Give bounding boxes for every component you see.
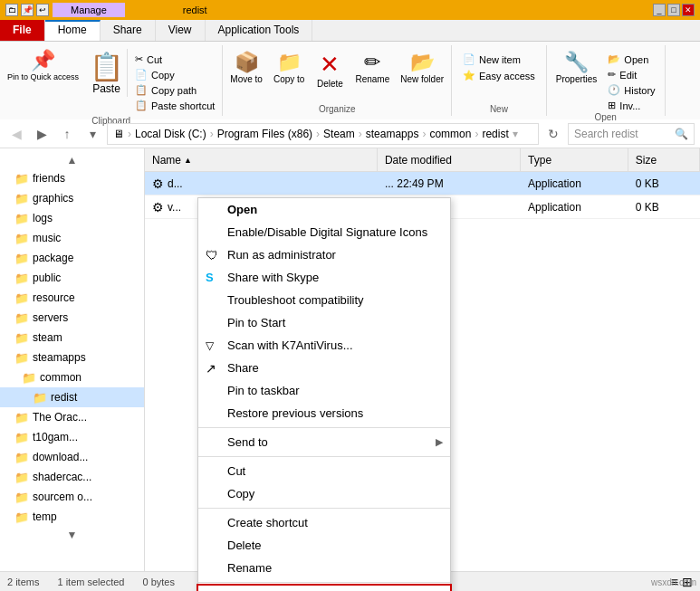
sidebar-item-t10gam[interactable]: 📁 t10gam... (0, 427, 144, 447)
sidebar-scroll-up[interactable]: ▲ (0, 152, 144, 168)
tab-home[interactable]: Home (45, 20, 101, 41)
sidebar-item-logs[interactable]: 📁 logs (0, 208, 144, 228)
ctx-cut[interactable]: Cut (198, 460, 450, 482)
ribbon-tabs: File Home Share View Application Tools (0, 20, 700, 42)
folder-icon: 📁 (14, 192, 29, 205)
file-size-1: 0 KB (628, 201, 700, 214)
sidebar-item-graphics[interactable]: 📁 graphics (0, 188, 144, 208)
organize-group: 📦 Move to 📁 Copy to ✕ Delete ✏ Rename 📂 … (223, 45, 452, 116)
forward-button[interactable]: ▶ (31, 123, 53, 145)
move-to-button[interactable]: 📦 Move to (226, 49, 266, 86)
sidebar-item-download[interactable]: 📁 download... (0, 447, 144, 467)
rename-button[interactable]: ✏ Rename (351, 49, 393, 86)
sidebar-item-public[interactable]: 📁 public (0, 268, 144, 288)
nav-path-common[interactable]: common (429, 128, 471, 140)
address-bar[interactable]: 🖥 › Local Disk (C:) › Program Files (x86… (107, 123, 539, 145)
manage-tab-label[interactable]: Manage (53, 3, 125, 17)
pin-to-quick-access-button[interactable]: 📌 Pin to Quick access (4, 49, 82, 84)
window-controls[interactable]: 🗀 📌 ↩ (5, 4, 49, 16)
col-header-date[interactable]: Date modified (378, 148, 521, 171)
ctx-digital-sig[interactable]: Enable/Disable Digital Signature Icons (198, 221, 450, 243)
recent-locations-button[interactable]: ▾ (82, 123, 103, 145)
new-item-button[interactable]: 📄 New item (459, 52, 539, 66)
tab-view[interactable]: View (156, 20, 206, 41)
folder-icon: 📁 (14, 172, 29, 186)
ctx-create-shortcut[interactable]: Create shortcut (198, 511, 450, 534)
ctx-pin-taskbar[interactable]: Pin to taskbar (198, 379, 450, 402)
open-button[interactable]: 📂 Open (604, 52, 658, 66)
ctx-copy[interactable]: Copy (198, 482, 450, 505)
sidebar-item-music[interactable]: 📁 music (0, 228, 144, 248)
ctx-share-skype[interactable]: S Share with Skype (198, 266, 450, 289)
sidebar-item-resource[interactable]: 📁 resource (0, 288, 144, 308)
sidebar-item-sourcemo[interactable]: 📁 sourcem o... (0, 487, 144, 507)
copy-to-button[interactable]: 📁 Copy to (270, 49, 308, 86)
window-title: redist (183, 5, 207, 15)
paste-button[interactable]: 📋 Paste (86, 49, 128, 97)
sidebar-item-shadercac[interactable]: 📁 shadercac... (0, 467, 144, 487)
col-header-type[interactable]: Type (521, 148, 628, 171)
up-button[interactable]: ↑ (56, 123, 78, 145)
ctx-delete[interactable]: Delete (198, 534, 450, 557)
tab-file[interactable]: File (0, 20, 45, 41)
ctx-properties[interactable]: Properties (198, 586, 450, 591)
ctx-send-to[interactable]: Send to ▶ (198, 431, 450, 453)
watermark: wsxdn.com (651, 577, 696, 587)
properties-button[interactable]: 🔧 Properties (552, 49, 601, 86)
sidebar-item-steamapps[interactable]: 📁 steamapps (0, 348, 144, 367)
search-box[interactable]: Search redist 🔍 (568, 123, 695, 145)
undo-icon[interactable]: ↩ (36, 4, 49, 16)
ctx-share[interactable]: ↗ Share (198, 357, 450, 379)
ctx-open[interactable]: Open (198, 198, 450, 221)
back-button[interactable]: ◀ (5, 123, 27, 145)
tab-application-tools[interactable]: Application Tools (206, 20, 313, 41)
sidebar-item-theorac[interactable]: 📁 The Orac... (0, 407, 144, 427)
refresh-button[interactable]: ↻ (542, 123, 564, 145)
file-row-0[interactable]: ⚙ d... ... 22:49 PM Application 0 KB (145, 172, 700, 195)
nav-path-steam[interactable]: Steam (323, 128, 355, 140)
new-folder-button[interactable]: 📂 New folder (397, 49, 447, 86)
easy-access-button[interactable]: ⭐ Easy access (459, 69, 539, 82)
sidebar-scroll-down[interactable]: ▼ (0, 527, 144, 543)
sidebar-item-steam[interactable]: 📁 steam (0, 328, 144, 348)
copy-button[interactable]: 📄 Copy (131, 68, 218, 81)
sidebar-item-common[interactable]: 📁 common (0, 367, 144, 387)
nav-path-steamapps[interactable]: steamapps (366, 128, 419, 140)
sidebar-item-friends[interactable]: 📁 friends (0, 168, 144, 188)
sidebar-item-temp[interactable]: 📁 temp (0, 507, 144, 527)
history-button[interactable]: 🕐 History (604, 83, 658, 97)
search-placeholder: Search redist (574, 128, 638, 140)
ctx-troubleshoot[interactable]: Troubleshoot compatibility (198, 289, 450, 311)
edit-button[interactable]: ✏ Edit (604, 68, 658, 81)
window-buttons[interactable]: _ □ ✕ (653, 4, 695, 16)
paste-shortcut-button[interactable]: 📋 Paste shortcut (131, 99, 218, 112)
tab-share[interactable]: Share (101, 20, 156, 41)
ctx-k7antivirus[interactable]: ▽ Scan with K7AntiVirus... (198, 334, 450, 357)
nav-path-redist[interactable]: redist (482, 128, 508, 140)
col-header-size[interactable]: Size (628, 148, 700, 171)
minimize-button[interactable]: _ (653, 4, 666, 16)
folder-icon: 📁 (14, 471, 29, 484)
ctx-run-admin[interactable]: 🛡 Run as administrator (198, 243, 450, 266)
close-button[interactable]: ✕ (682, 4, 695, 16)
antivirus-icon: ▽ (206, 339, 214, 352)
ctx-restore-versions[interactable]: Restore previous versions (198, 402, 450, 424)
cut-button[interactable]: ✂ Cut (131, 52, 218, 66)
sidebar-item-redist[interactable]: 📁 redist (0, 387, 144, 407)
new-folder-icon: 📂 (410, 51, 435, 74)
copy-path-button[interactable]: 📋 Copy path (131, 83, 218, 97)
nav-path-c[interactable]: Local Disk (C:) (135, 128, 206, 140)
inv-button[interactable]: ⊞ Inv... (604, 99, 658, 112)
sidebar-item-servers[interactable]: 📁 servers (0, 308, 144, 328)
col-header-name[interactable]: Name ▲ (145, 148, 378, 171)
ctx-rename[interactable]: Rename (198, 557, 450, 579)
ctx-pin-start[interactable]: Pin to Start (198, 311, 450, 334)
open-icon: 📂 (608, 53, 620, 65)
maximize-button[interactable]: □ (667, 4, 680, 16)
delete-button[interactable]: ✕ Delete (312, 49, 348, 91)
file-type-1: Application (521, 201, 628, 214)
sidebar-item-package[interactable]: 📁 package (0, 248, 144, 268)
nav-path-programfiles[interactable]: Program Files (x86) (217, 128, 312, 140)
ribbon-content: 📌 Pin to Quick access 📋 Paste ✂ Cut 📄 Co… (0, 42, 700, 119)
open-sub-group: 📂 Open ✏ Edit 🕐 History ⊞ Inv... (604, 49, 658, 112)
